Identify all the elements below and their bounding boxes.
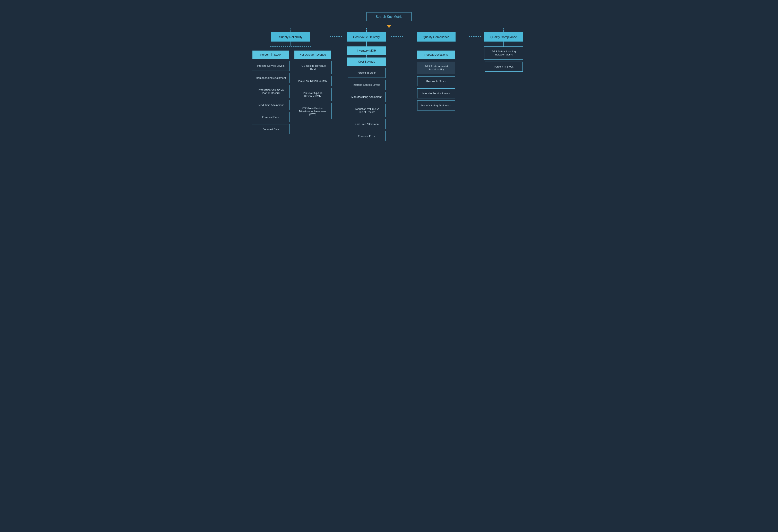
search-connector: Search Key Metric	[367, 12, 411, 28]
search-input[interactable]: Search Key Metric	[367, 12, 411, 21]
v-pgs-env	[436, 59, 436, 62]
h-line-2	[391, 36, 403, 37]
v-pis	[271, 47, 271, 51]
v-line-quality-mid	[436, 41, 436, 47]
v-line-quality2-mid	[503, 41, 504, 47]
leaf-cost-prod-vol[interactable]: Production Volume vs Plan of Record	[347, 104, 386, 117]
cost-cat[interactable]: Cost/Value Delivery	[347, 32, 386, 41]
quality-sub-cols: Repeat Deviations PGS Environmental Sust…	[403, 47, 469, 110]
tree-layout: Supply Reliability Percent in Stock Inte…	[250, 28, 528, 141]
v-line-quality-top	[436, 28, 436, 32]
search-area: Search Key Metric	[250, 12, 528, 28]
h-connector-3	[469, 28, 481, 141]
pgs-env-subcat[interactable]: PGS Environmental Sustainability	[417, 62, 455, 74]
leaf-prod-vol[interactable]: Production Volume vs Plan of Record	[252, 85, 290, 98]
quality-cat[interactable]: Quality Compliance	[417, 32, 456, 41]
supply-sub-cols: Percent in Stock Intersite Service Level…	[252, 47, 330, 134]
v-line-quality2-top	[503, 28, 504, 32]
leaf-pgs-new-prod[interactable]: PGS New Product Milestone Achievement (G…	[294, 103, 332, 119]
supply-sub-connector: Percent in Stock Intersite Service Level…	[252, 47, 330, 134]
inv-moh-subcat[interactable]: Inventory MOH	[347, 47, 386, 55]
pgs-safety-col: PGS Safety Leading Indicator Metric Perc…	[484, 47, 523, 72]
repeat-dev-subcat[interactable]: Repeat Deviations	[417, 51, 455, 59]
cost-sub-area: Inventory MOH Cost Savings Percent in St…	[342, 47, 391, 141]
v-rd	[436, 47, 436, 51]
percent-in-stock-subcat[interactable]: Percent in Stock	[252, 51, 289, 59]
v-line-supply-mid	[291, 41, 291, 47]
leaf-cost-intersite[interactable]: Intersite Service Levels	[347, 80, 386, 90]
v-cost-savings	[366, 55, 367, 58]
leaf-cost-pis[interactable]: Percent in Stock	[347, 68, 386, 78]
leaf-lead-time[interactable]: Lead Time Attainment	[252, 100, 290, 110]
v-line-cost-top	[366, 28, 367, 32]
net-upside-subcat[interactable]: Net Upside Revenue	[294, 51, 331, 59]
supply-cat[interactable]: Supply Reliability	[271, 32, 310, 41]
quality2-cat[interactable]: Quality Compliance	[484, 32, 523, 41]
cost-section: Cost/Value Delivery Inventory MOH Cost S…	[342, 28, 391, 141]
quality2-section: Quality Compliance PGS Safety Leading In…	[481, 28, 526, 141]
leaf-q-mfg[interactable]: Manufacturing Attainment	[417, 100, 455, 110]
leaf-cost-lead-time[interactable]: Lead Time Attainment	[347, 119, 386, 129]
quality2-items: Percent In Stock	[484, 62, 523, 72]
leaf-pgs-lost[interactable]: PGS Lost Revenue $MM	[294, 76, 332, 86]
v-nur	[313, 47, 313, 51]
leaf-q-pis[interactable]: Percent In Stock	[417, 76, 455, 86]
v-line-search	[389, 21, 389, 25]
leaf-cost-mfg[interactable]: Manufacturing Attainment	[347, 92, 386, 102]
quality-items: Percent In Stock Intersite Service Level…	[403, 76, 469, 110]
net-upside-items: PGS Upside Revenue $MM PGS Lost Revenue …	[294, 61, 332, 119]
cost-savings-subcat[interactable]: Cost Savings	[347, 58, 386, 66]
leaf-forecast-err[interactable]: Forecast Error	[252, 112, 290, 122]
leaf-intersite-sl[interactable]: Intersite Service Levels	[252, 61, 290, 71]
leaf-cost-forecast-err[interactable]: Forecast Error	[347, 131, 386, 141]
percent-in-stock-items: Intersite Service Levels Manufacturing A…	[252, 61, 290, 134]
leaf-pgs-net-upside[interactable]: PGS Net Upside Revenue $MM	[294, 88, 332, 101]
diagram-container: Search Key Metric Supply Reliability	[246, 0, 532, 158]
v-line-cost-mid	[366, 41, 367, 47]
level1-row: Supply Reliability Percent in Stock Inte…	[250, 28, 528, 141]
leaf-mfg-att[interactable]: Manufacturing Attainment	[252, 73, 290, 83]
arrow-down-icon	[387, 25, 391, 28]
supply-section: Supply Reliability Percent in Stock Inte…	[252, 28, 330, 141]
cost-items: Percent in Stock Intersite Service Level…	[342, 68, 391, 141]
h-line-1	[330, 36, 342, 37]
net-upside-col: Net Upside Revenue PGS Upside Revenue $M…	[294, 47, 332, 134]
v-line-supply-top	[291, 28, 291, 32]
h-line-3	[469, 36, 481, 37]
h-connector-2	[391, 28, 403, 141]
repeat-dev-col: Repeat Deviations PGS Environmental Sust…	[403, 47, 469, 110]
quality-section: Quality Compliance Repeat Deviations PGS…	[403, 28, 469, 141]
leaf-pgs-upside[interactable]: PGS Upside Revenue $MM	[294, 61, 332, 74]
pgs-safety-subcat[interactable]: PGS Safety Leading Indicator Metric	[484, 47, 523, 60]
leaf-q-intersite[interactable]: Intersite Service Levels	[417, 88, 455, 98]
leaf-forecast-bias[interactable]: Forecast Bias	[252, 124, 290, 134]
leaf-q2-pis[interactable]: Percent In Stock	[485, 62, 523, 72]
percent-in-stock-col: Percent in Stock Intersite Service Level…	[252, 47, 290, 134]
